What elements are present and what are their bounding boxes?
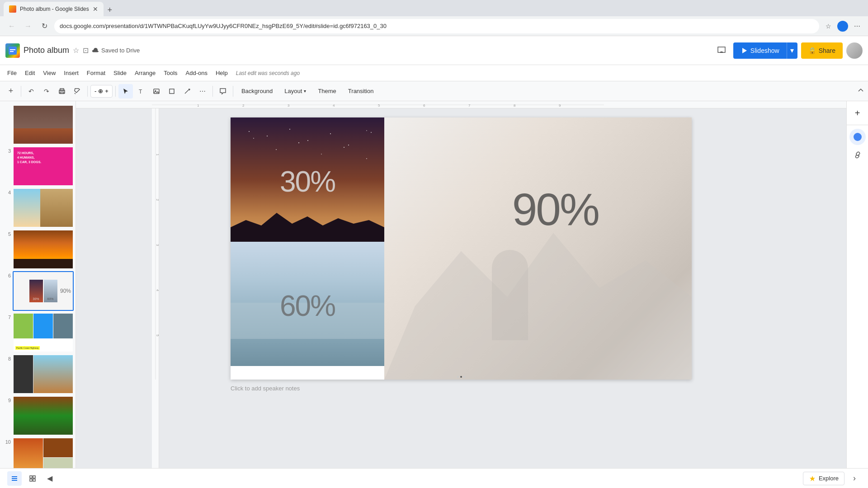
lock-icon: 🔒: [808, 47, 816, 54]
grid-view-button[interactable]: [25, 471, 40, 486]
svg-text:4: 4: [156, 289, 159, 291]
canvas-area[interactable]: 1 2 3 4 5: [76, 108, 846, 488]
photo-bottom[interactable]: 60%: [231, 242, 384, 366]
slide-thumb-container-4[interactable]: 4 Long Beach: [2, 188, 74, 228]
notes-placeholder: Click to add speaker notes: [231, 385, 300, 392]
dot-3: [463, 376, 465, 378]
line-icon: [184, 88, 191, 95]
cursor-icon: [122, 88, 129, 95]
right-panel-color[interactable]: [849, 129, 866, 145]
slide-thumb-container-6[interactable]: 6 30% 60% 90%: [2, 271, 74, 311]
slide-thumb-container-9[interactable]: 9: [2, 396, 74, 436]
last-edit: Last edit was seconds ago: [236, 70, 300, 76]
menu-file[interactable]: File: [4, 67, 20, 80]
svg-rect-29: [12, 476, 17, 477]
slide-thumb-9[interactable]: [13, 396, 74, 436]
more-button[interactable]: ›: [848, 472, 861, 485]
menu-edit[interactable]: Edit: [21, 67, 38, 80]
address-bar[interactable]: docs.google.com/presentation/d/1WTWNPBaC…: [54, 19, 819, 33]
speaker-notes[interactable]: Click to add speaker notes: [231, 380, 692, 397]
more-shapes-tool[interactable]: ⋯: [195, 84, 210, 99]
zoom-selector[interactable]: - ⊕ +: [90, 85, 113, 98]
comment-tool[interactable]: [216, 84, 230, 99]
undo-button[interactable]: ↶: [24, 84, 38, 99]
svg-marker-3: [742, 48, 747, 53]
line-tool[interactable]: [180, 84, 194, 99]
slide-thumb-container-1[interactable]: [2, 105, 74, 145]
shape-tool[interactable]: [165, 84, 179, 99]
shape-icon: [168, 88, 175, 95]
slide-thumb-1[interactable]: [13, 105, 74, 145]
slideshow-dropdown-button[interactable]: ▾: [787, 42, 797, 59]
svg-text:6: 6: [423, 103, 425, 108]
svg-text:T: T: [139, 89, 142, 95]
refresh-button[interactable]: ↻: [38, 20, 51, 33]
theme-button[interactable]: Theme: [312, 84, 341, 99]
right-panel-link[interactable]: [849, 147, 866, 163]
grid-view-icon: [29, 475, 36, 482]
collapse-toolbar-button[interactable]: [857, 87, 864, 96]
percent-60-text[interactable]: 60%: [280, 289, 335, 322]
photo-right[interactable]: 90%: [384, 117, 692, 380]
svg-text:3: 3: [288, 103, 290, 108]
menu-view[interactable]: View: [39, 67, 59, 80]
new-tab-button[interactable]: +: [104, 4, 116, 16]
slide-thumb-container-8[interactable]: 8: [2, 354, 74, 394]
slide-thumb-6[interactable]: 30% 60% 90%: [13, 271, 74, 311]
slide-thumb-5[interactable]: [13, 230, 74, 269]
browser-tab[interactable]: Photo album - Google Slides ✕: [4, 2, 104, 16]
saved-to-drive[interactable]: Saved to Drive: [92, 47, 140, 54]
slide-thumb-container-5[interactable]: 5: [2, 230, 74, 269]
print-button[interactable]: [55, 84, 69, 99]
back-button[interactable]: ←: [5, 20, 18, 33]
menu-slide[interactable]: Slide: [110, 67, 130, 80]
drive-icon[interactable]: ⊡: [83, 46, 89, 55]
list-view-icon: [11, 475, 18, 482]
forward-button[interactable]: →: [22, 20, 34, 33]
print-icon: [58, 88, 66, 95]
chrome-profile[interactable]: [837, 21, 848, 32]
slide-thumb-4[interactable]: Long Beach: [13, 188, 74, 228]
share-button[interactable]: 🔒 Share: [801, 42, 843, 59]
percent-30-text[interactable]: 30%: [280, 164, 335, 198]
photo-top[interactable]: 30%: [231, 117, 384, 242]
menu-insert[interactable]: Insert: [60, 67, 82, 80]
star-icon[interactable]: ☆: [73, 46, 79, 55]
svg-text:8: 8: [514, 103, 516, 108]
svg-rect-34: [30, 479, 32, 481]
person-silhouette: [492, 250, 528, 340]
bookmark-button[interactable]: ☆: [823, 21, 834, 32]
menu-tools[interactable]: Tools: [160, 67, 181, 80]
select-tool[interactable]: [118, 84, 133, 99]
collapse-panel-button[interactable]: ◀: [43, 472, 56, 485]
paint-button[interactable]: [70, 84, 85, 99]
menu-arrange[interactable]: Arrange: [131, 67, 159, 80]
add-button[interactable]: +: [4, 84, 18, 99]
list-view-button[interactable]: [7, 471, 22, 486]
right-panel-add[interactable]: +: [849, 105, 866, 121]
redo-button[interactable]: ↷: [39, 84, 54, 99]
slide-thumb-7[interactable]: Pacific Coast Highway: [13, 313, 74, 352]
background-button[interactable]: Background: [236, 84, 278, 99]
extensions-button[interactable]: ⋯: [852, 21, 863, 32]
percent-90-text[interactable]: 90%: [512, 183, 599, 235]
layout-button[interactable]: Layout ▾: [279, 84, 311, 99]
text-tool[interactable]: T: [134, 84, 148, 99]
image-tool[interactable]: [149, 84, 164, 99]
slide-thumb-8[interactable]: [13, 354, 74, 394]
slideshow-button[interactable]: Slideshow: [733, 42, 787, 59]
tab-close-btn[interactable]: ✕: [93, 5, 98, 13]
transition-button[interactable]: Transition: [343, 84, 379, 99]
paint-format-icon: [74, 88, 81, 95]
menu-addons[interactable]: Add-ons: [182, 67, 211, 80]
slide-thumb-container-7[interactable]: 7 Pacific Coast Highway: [2, 313, 74, 352]
comment-button[interactable]: [713, 42, 730, 59]
slide-canvas[interactable]: 30% 60%: [231, 117, 692, 380]
explore-button[interactable]: Explore: [803, 472, 844, 485]
slide-thumb-3[interactable]: 72 HOURS,4 HUMANS,1 CAR, 3 DOGS.: [13, 146, 74, 186]
bottom-right: Explore ›: [803, 472, 861, 485]
slide-thumb-container-3[interactable]: 3 72 HOURS,4 HUMANS,1 CAR, 3 DOGS.: [2, 146, 74, 186]
menu-format[interactable]: Format: [83, 67, 109, 80]
user-avatar[interactable]: [846, 42, 863, 59]
menu-help[interactable]: Help: [212, 67, 231, 80]
